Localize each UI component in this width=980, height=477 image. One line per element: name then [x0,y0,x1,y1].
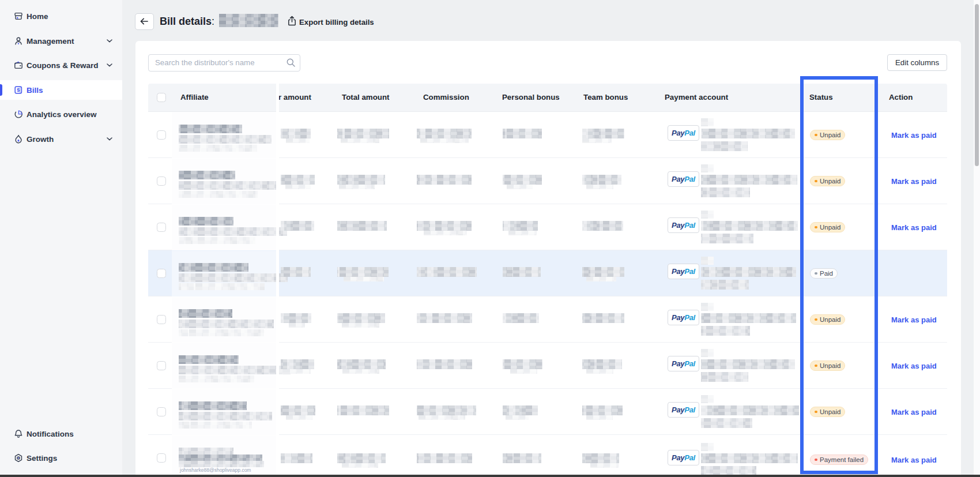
svg-text:$: $ [17,87,20,93]
